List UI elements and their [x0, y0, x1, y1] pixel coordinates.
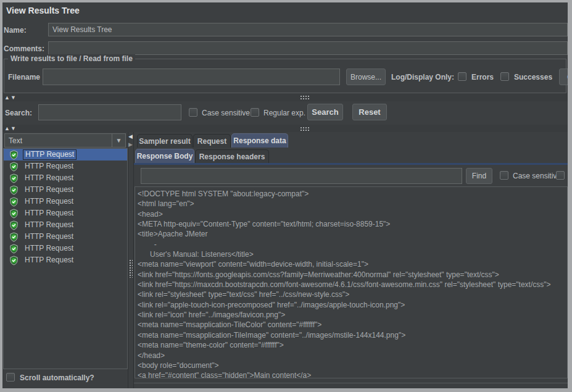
find-case-sensitive-checkbox[interactable]: [500, 171, 508, 180]
configure-button[interactable]: Configure: [559, 69, 568, 85]
response-line: <link rel="icon" href="../images/favicon…: [138, 310, 567, 320]
response-line: </head>: [138, 351, 567, 361]
search-label: Search:: [5, 109, 32, 117]
filename-label: Filename: [8, 73, 40, 81]
response-line: <link rel="apple-touch-icon-precomposed"…: [138, 300, 567, 310]
tree-item-label: HTTP Request: [23, 209, 75, 218]
tree-item-http-request[interactable]: HTTP Request: [4, 207, 127, 219]
tree-item-label: HTTP Request: [23, 220, 75, 230]
tab-request[interactable]: Request: [193, 134, 231, 148]
shield-check-icon: [9, 150, 19, 160]
comments-input[interactable]: [48, 41, 568, 55]
tree-item-http-request[interactable]: HTTP Request: [4, 172, 127, 184]
response-line: <meta name="msapplication-TileImage" con…: [138, 330, 567, 340]
tab-response-data[interactable]: Response data: [231, 133, 288, 148]
panel-bottom-divider: [134, 383, 568, 383]
log-display-only-label: Log/Display Only:: [391, 73, 454, 81]
tree-view-mode-select[interactable]: Text ▼: [4, 133, 126, 148]
shield-check-icon: [9, 162, 19, 172]
splitter-collapse-icons[interactable]: ▲▼: [4, 94, 17, 101]
response-line: <head>: [138, 209, 567, 219]
selected-tab-accent-strip: [134, 163, 568, 165]
successes-checkbox-label[interactable]: Successes: [514, 73, 552, 81]
tree-item-label: HTTP Request: [23, 162, 75, 171]
results-splitter[interactable]: ▲▼: [2, 125, 568, 132]
tree-item-label: HTTP Request: [23, 232, 75, 241]
find-case-sensitive-label[interactable]: Case sensitive: [513, 172, 561, 180]
tree-item-label: HTTP Request: [23, 149, 77, 160]
shield-check-icon: [9, 232, 19, 242]
search-regular-exp-checkbox[interactable]: [251, 108, 259, 117]
tree-item-http-request[interactable]: HTTP Request: [4, 196, 127, 207]
search-button[interactable]: Search: [307, 104, 343, 120]
response-line: <META http-equiv="Content-Type" content=…: [138, 219, 567, 229]
errors-checkbox[interactable]: [458, 72, 466, 81]
name-input[interactable]: [48, 23, 568, 36]
response-body-textarea[interactable]: <!DOCTYPE html SYSTEM "about:legacy-comp…: [135, 186, 568, 378]
shield-check-icon: [9, 173, 19, 183]
response-line: <link href="https://maxcdn.bootstrapcdn.…: [138, 280, 567, 290]
find-regular-exp-checkbox[interactable]: [556, 171, 565, 180]
tree-item-label: HTTP Request: [23, 173, 75, 183]
response-line: <link rel="stylesheet" type="text/css" h…: [138, 290, 567, 299]
splitter-grip-handle[interactable]: [129, 259, 133, 278]
response-line: <!DOCTYPE html SYSTEM "about:legacy-comp…: [138, 189, 567, 199]
tab-response-headers[interactable]: Response headers: [195, 149, 269, 163]
top-splitter[interactable]: ▲▼: [2, 93, 568, 101]
shield-check-icon: [9, 256, 19, 265]
shield-check-icon: [9, 197, 19, 207]
tree-item-label: HTTP Request: [23, 197, 75, 206]
chevron-down-icon[interactable]: ▼: [112, 134, 125, 147]
response-line: <meta name="theme-color" content="#fffff…: [138, 340, 567, 350]
find-input[interactable]: [141, 168, 462, 184]
tree-item-http-request[interactable]: HTTP Request: [4, 254, 127, 266]
main-panel: View Results Tree Name: Comments: Write …: [2, 2, 568, 388]
splitter-collapse-icons[interactable]: ▲▼: [4, 125, 17, 131]
response-line: -: [138, 240, 567, 249]
errors-checkbox-label[interactable]: Errors: [471, 73, 494, 81]
splitter-grip-handle[interactable]: [300, 127, 310, 131]
splitter-collapse-left-icon[interactable]: ◀: [128, 133, 133, 140]
tree-item-http-request[interactable]: HTTP Request: [4, 231, 127, 243]
tree-item-http-request[interactable]: HTTP Request: [4, 184, 127, 196]
response-line: <link href="https://fonts.googleapis.com…: [138, 270, 567, 280]
results-tree: HTTP Request HTTP Request HTTP Request H…: [3, 148, 128, 369]
tree-item-label: HTTP Request: [23, 256, 75, 265]
tree-item-http-request[interactable]: HTTP Request: [4, 161, 127, 172]
shield-check-icon: [9, 185, 19, 195]
page-title: View Results Tree: [6, 6, 80, 15]
shield-check-icon: [9, 209, 19, 219]
response-line: <meta name="viewport" content="width=dev…: [138, 259, 567, 269]
response-line: <body role="document">: [138, 361, 567, 370]
reset-button[interactable]: Reset: [352, 104, 387, 120]
search-regular-exp-label[interactable]: Regular exp.: [263, 109, 305, 117]
tab-sampler-result[interactable]: Sampler result: [137, 134, 193, 148]
splitter-collapse-right-icon[interactable]: ▶: [128, 141, 133, 148]
write-results-group-title: Write results to file / Read from file: [8, 54, 135, 63]
tree-detail-splitter[interactable]: ◀ ▶: [128, 132, 134, 388]
tree-item-label: HTTP Request: [23, 185, 75, 194]
response-line: <title>Apache JMeter: [138, 229, 567, 239]
response-line: <html lang="en">: [138, 199, 567, 209]
tree-item-label: HTTP Request: [23, 244, 75, 253]
browse-button[interactable]: Browse...: [346, 69, 386, 85]
search-case-sensitive-label[interactable]: Case sensitive: [202, 109, 250, 117]
search-case-sensitive-checkbox[interactable]: [189, 108, 197, 117]
shield-check-icon: [9, 220, 19, 230]
comments-label: Comments:: [4, 44, 44, 53]
tree-item-http-request[interactable]: HTTP Request: [4, 149, 127, 161]
filename-input[interactable]: [43, 69, 340, 85]
splitter-grip-handle[interactable]: [300, 95, 310, 99]
response-line: User's Manual: Listeners</title>: [138, 249, 567, 259]
scroll-automatically-label[interactable]: Scroll automatically?: [20, 373, 94, 382]
write-results-groupbox: Write results to file / Read from file F…: [4, 59, 566, 93]
tree-item-http-request[interactable]: HTTP Request: [4, 243, 127, 254]
response-line: <a href="#content" class="hidden">Main c…: [138, 370, 567, 378]
tree-view-mode-value: Text: [5, 136, 112, 145]
successes-checkbox[interactable]: [500, 72, 509, 81]
search-input[interactable]: [38, 104, 181, 120]
scroll-automatically-checkbox[interactable]: [6, 373, 15, 382]
tab-response-body[interactable]: Response Body: [135, 149, 194, 163]
find-button[interactable]: Find: [466, 168, 492, 184]
tree-item-http-request[interactable]: HTTP Request: [4, 219, 127, 231]
